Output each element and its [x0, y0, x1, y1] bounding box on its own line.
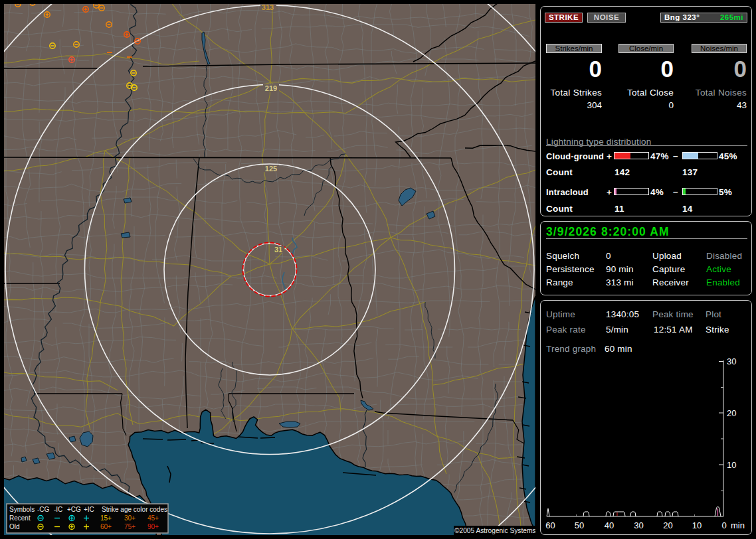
svg-text:15+: 15+	[100, 514, 112, 522]
svg-text:30+: 30+	[124, 514, 136, 522]
svg-text:75+: 75+	[124, 523, 136, 530]
svg-text:50: 50	[575, 520, 584, 530]
svg-text:20: 20	[663, 520, 672, 530]
svg-text:20: 20	[727, 408, 736, 418]
svg-text:90+: 90+	[147, 523, 159, 530]
svg-text:-IC: -IC	[54, 506, 62, 513]
svg-text:60+: 60+	[100, 523, 112, 530]
svg-text:30: 30	[634, 520, 643, 530]
svg-text:-CG: -CG	[37, 506, 50, 513]
svg-text:10: 10	[727, 460, 736, 470]
svg-text:Recent: Recent	[9, 514, 31, 522]
svg-text:Symbols: Symbols	[9, 506, 35, 513]
svg-text:125: 125	[265, 165, 277, 173]
svg-text:0: 0	[721, 520, 726, 530]
svg-text:+CG: +CG	[67, 506, 81, 513]
svg-text:219: 219	[265, 84, 277, 92]
svg-text:+IC: +IC	[84, 506, 94, 513]
svg-text:45+: 45+	[147, 514, 159, 522]
svg-text:min: min	[731, 520, 745, 530]
svg-text:313: 313	[262, 4, 274, 11]
svg-text:10: 10	[692, 520, 702, 530]
svg-text:31: 31	[274, 246, 282, 254]
svg-text:30: 30	[727, 356, 736, 366]
svg-text:Old: Old	[9, 523, 20, 530]
svg-text:40: 40	[605, 520, 614, 530]
svg-text:©2005 Astrogenic Systems: ©2005 Astrogenic Systems	[454, 527, 535, 534]
svg-text:Strike age color codes: Strike age color codes	[102, 506, 167, 513]
svg-text:60: 60	[545, 520, 555, 530]
